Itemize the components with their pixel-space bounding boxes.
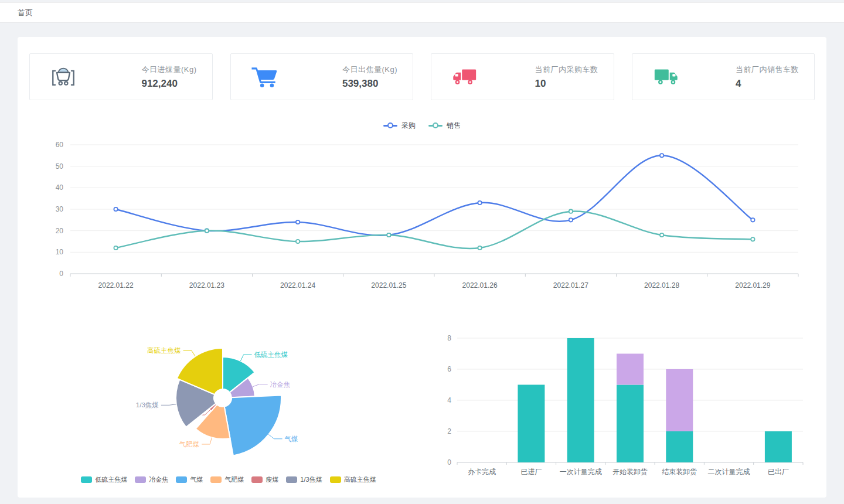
y-axis-label: 0 — [59, 270, 63, 278]
pie-slice[interactable] — [224, 396, 281, 456]
shopping-cart-icon — [251, 65, 278, 88]
line-chart-section: 采购销售 01020304050602022.01.222022.01.2320… — [29, 120, 815, 304]
coal-type-pie-chart[interactable]: 低硫主焦煤冶金焦气煤气肥煤瘦煤1/3焦煤高硫主焦煤 — [29, 328, 416, 472]
pie-label-line — [161, 404, 176, 406]
y-axis-label: 10 — [56, 248, 64, 256]
line-point[interactable] — [114, 207, 117, 211]
vehicle-status-bar-chart[interactable]: 02468办卡完成已进厂一次计量完成开始装卸货结束装卸货二次计量完成已出厂 — [428, 328, 815, 492]
x-axis-label: 2022.01.23 — [189, 281, 224, 290]
x-axis-label: 2022.01.24 — [280, 281, 315, 290]
x-axis-label: 已出厂 — [768, 468, 789, 476]
bar-chart-section: 02468办卡完成已进厂一次计量完成开始装卸货结束装卸货二次计量完成已出厂 — [428, 328, 815, 494]
line-point[interactable] — [296, 240, 300, 243]
truck-inbound-icon — [451, 65, 478, 88]
legend-item[interactable]: 低硫主焦煤 — [81, 475, 127, 484]
x-axis-label: 2022.01.28 — [644, 281, 679, 290]
x-axis-label: 一次计量完成 — [560, 468, 602, 476]
y-axis-label: 20 — [56, 227, 64, 235]
x-axis-label: 2022.01.26 — [462, 281, 498, 290]
legend-item[interactable]: 瘦煤 — [251, 475, 278, 484]
bar-segment[interactable] — [666, 369, 693, 431]
legend-item[interactable]: 销售 — [428, 121, 461, 131]
pie-label: 1/3焦煤 — [136, 401, 159, 408]
stat-value: 10 — [535, 78, 598, 90]
bar-segment[interactable] — [567, 338, 594, 462]
bar-segment[interactable] — [518, 385, 544, 463]
line-series[interactable] — [116, 155, 753, 235]
bar-segment[interactable] — [666, 431, 693, 462]
line-chart-legend: 采购销售 — [29, 120, 815, 131]
line-point[interactable] — [751, 218, 754, 222]
line-point[interactable] — [569, 218, 573, 222]
line-point[interactable] — [751, 237, 754, 241]
bar-segment[interactable] — [765, 431, 792, 462]
x-axis-label: 2022.01.27 — [553, 281, 588, 290]
line-point[interactable] — [205, 229, 209, 233]
legend-item[interactable]: 气肥煤 — [210, 475, 244, 484]
x-axis-label: 办卡完成 — [468, 468, 496, 476]
bar-segment[interactable] — [617, 385, 644, 463]
pie-label: 冶金焦 — [270, 381, 291, 388]
pie-chart-legend: 低硫主焦煤冶金焦气煤气肥煤瘦煤1/3焦煤高硫主焦煤 — [29, 475, 428, 484]
minecart-icon — [50, 65, 77, 88]
pie-label: 气肥煤 — [179, 441, 200, 448]
stat-label: 当前厂内采购车数 — [535, 64, 598, 75]
dashboard-panel: 今日进煤量(Kg) 912,240 今日出焦量(Kg) 539,380 — [18, 37, 826, 498]
bar-segment[interactable] — [617, 354, 644, 385]
pie-label-line — [183, 350, 196, 356]
stat-card-coal-in: 今日进煤量(Kg) 912,240 — [29, 53, 213, 100]
pie-label: 高硫主焦煤 — [147, 347, 181, 354]
stat-value: 4 — [736, 78, 799, 90]
y-axis-label: 0 — [447, 458, 451, 466]
truck-outbound-icon — [652, 65, 679, 88]
legend-item[interactable]: 气煤 — [176, 475, 203, 484]
x-axis-label: 2022.01.22 — [98, 281, 134, 290]
y-axis-label: 30 — [56, 205, 64, 213]
y-axis-label: 40 — [56, 183, 64, 192]
x-axis-label: 结束装卸货 — [662, 468, 697, 476]
legend-item[interactable]: 1/3焦煤 — [286, 475, 322, 484]
pie-label: 低硫主焦煤 — [254, 351, 288, 358]
y-axis-label: 6 — [447, 365, 451, 373]
stat-card-sales-trucks: 当前厂内销售车数 4 — [632, 53, 815, 100]
purchase-sales-line-chart[interactable]: 01020304050602022.01.222022.01.232022.01… — [29, 133, 815, 304]
x-axis-label: 开始装卸货 — [612, 468, 648, 476]
y-axis-label: 8 — [447, 334, 451, 342]
pie-label-line — [268, 434, 282, 439]
line-point[interactable] — [387, 233, 390, 237]
line-point[interactable] — [478, 201, 481, 205]
stat-label: 今日进煤量(Kg) — [141, 64, 196, 75]
y-axis-label: 2 — [447, 427, 451, 435]
line-point[interactable] — [296, 220, 300, 224]
breadcrumb-home[interactable]: 首页 — [18, 8, 33, 18]
stat-card-purchase-trucks: 当前厂内采购车数 10 — [431, 53, 614, 100]
x-axis-label: 2022.01.25 — [371, 281, 406, 290]
topbar: 首页 — [0, 2, 844, 23]
stat-label: 当前厂内销售车数 — [736, 64, 799, 75]
pie-label-line — [202, 438, 212, 445]
legend-item[interactable]: 冶金焦 — [135, 475, 168, 484]
line-point[interactable] — [569, 210, 573, 213]
line-series[interactable] — [116, 211, 753, 248]
line-point[interactable] — [660, 233, 663, 237]
y-axis-label: 4 — [447, 396, 451, 404]
line-point[interactable] — [478, 246, 481, 250]
line-point[interactable] — [660, 154, 663, 157]
y-axis-label: 50 — [56, 162, 64, 171]
x-axis-label: 已进厂 — [520, 468, 542, 476]
stat-value: 912,240 — [141, 78, 196, 90]
stat-value: 539,380 — [342, 78, 397, 90]
x-axis-label: 二次计量完成 — [708, 468, 750, 476]
legend-item[interactable]: 高硫主焦煤 — [330, 475, 376, 484]
x-axis-label: 2022.01.29 — [735, 281, 770, 290]
bottom-row: 低硫主焦煤冶金焦气煤气肥煤瘦煤1/3焦煤高硫主焦煤 低硫主焦煤冶金焦气煤气肥煤瘦… — [29, 328, 815, 494]
stats-row: 今日进煤量(Kg) 912,240 今日出焦量(Kg) 539,380 — [29, 53, 815, 100]
y-axis-label: 60 — [56, 141, 64, 149]
pie-label-line — [253, 384, 268, 387]
stat-card-coke-out: 今日出焦量(Kg) 539,380 — [230, 53, 414, 100]
pie-label-line — [240, 355, 251, 361]
legend-item[interactable]: 采购 — [383, 121, 416, 131]
pie-chart-section: 低硫主焦煤冶金焦气煤气肥煤瘦煤1/3焦煤高硫主焦煤 低硫主焦煤冶金焦气煤气肥煤瘦… — [29, 328, 428, 494]
pie-label: 气煤 — [285, 435, 298, 442]
line-point[interactable] — [114, 246, 117, 250]
